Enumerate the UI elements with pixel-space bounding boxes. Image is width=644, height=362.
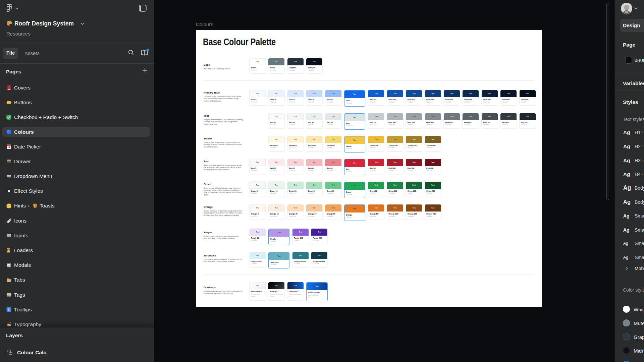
svg-text:17: 17 xyxy=(7,146,10,149)
